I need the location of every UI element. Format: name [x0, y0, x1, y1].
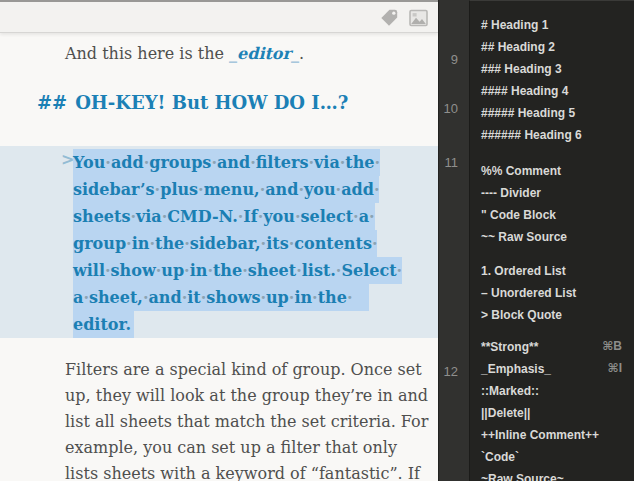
- paragraph-number: 9: [451, 52, 458, 67]
- cheatsheet-item-comment[interactable]: %% Comment: [481, 159, 634, 181]
- cheatsheet-label: `Code`: [481, 450, 519, 464]
- markdown-underscore: _: [229, 44, 237, 63]
- editor-pane[interactable]: And this here is the _editor_. ##OH-KEY!…: [0, 0, 438, 481]
- cheatsheet-item-unordered-list[interactable]: – Unordered List: [481, 281, 634, 303]
- cheatsheet-label: ++Inline Comment++: [481, 428, 599, 442]
- cheatsheet-item-strong[interactable]: **Strong**⌘B: [481, 335, 634, 357]
- keyboard-shortcut: ⌘I: [608, 357, 622, 379]
- cheatsheet-item-inline-raw-source[interactable]: ~Raw Source~: [481, 467, 634, 481]
- heading-hash-marker: ##: [37, 92, 67, 113]
- paragraph-line: up, they will look at the group they’re …: [65, 383, 428, 409]
- cheatsheet-item-inline-comment[interactable]: ++Inline Comment++: [481, 423, 634, 445]
- cheatsheet-group-inline: **Strong**⌘B _Emphasis_⌘I ::Marked:: ||D…: [481, 335, 634, 481]
- blockquote-line: sheets·via·CMD-N.·If·you·select·a·: [73, 203, 402, 230]
- cheatsheet-group-headings: # Heading 1 ## Heading 2 ### Heading 3 #…: [481, 13, 634, 145]
- cheatsheet-item-marked[interactable]: ::Marked::: [481, 379, 634, 401]
- blockquote-line: sidebar’s·plus·menu,·and·you·add·: [73, 176, 402, 203]
- cheatsheet-label: ~~ Raw Source: [481, 230, 567, 244]
- heading-text: OH-KEY! But HOW DO I…?: [75, 92, 348, 113]
- cheatsheet-label: 1. Ordered List: [481, 264, 566, 278]
- paragraph-number: 12: [444, 364, 458, 379]
- image-icon[interactable]: [409, 9, 428, 31]
- cheatsheet-group-lists: 1. Ordered List – Unordered List > Block…: [481, 259, 634, 325]
- cheatsheet-label: ::Marked::: [481, 384, 539, 398]
- cheatsheet-label: ## Heading 2: [481, 40, 555, 54]
- cheatsheet-item-ordered-list[interactable]: 1. Ordered List: [481, 259, 634, 281]
- cheatsheet-label: ~Raw Source~: [481, 472, 564, 481]
- editor-heading[interactable]: ##OH-KEY! But HOW DO I…?: [37, 92, 348, 113]
- blockquote-line: editor.: [73, 311, 402, 338]
- cheatsheet-item-heading-2[interactable]: ## Heading 2: [481, 35, 634, 57]
- cheatsheet-label: " Code Block: [481, 208, 556, 222]
- selected-text-line: You·add·groups·and·filters·via·the·: [73, 149, 380, 176]
- keyboard-shortcut: ⌘B: [602, 335, 622, 357]
- cheatsheet-label: ### Heading 3: [481, 62, 562, 76]
- cheatsheet-group-blocks: %% Comment ---- Divider " Code Block ~~ …: [481, 159, 634, 247]
- app-window: And this here is the _editor_. ##OH-KEY!…: [0, 0, 634, 481]
- paragraph-line: list all sheets that match the set crite…: [65, 409, 428, 435]
- cheatsheet-item-heading-3[interactable]: ### Heading 3: [481, 57, 634, 79]
- tag-icon[interactable]: [379, 7, 400, 33]
- cheatsheet-item-emphasis[interactable]: _Emphasis_⌘I: [481, 357, 634, 379]
- paragraph-text: .: [299, 44, 304, 63]
- cheatsheet-item-delete[interactable]: ||Delete||: [481, 401, 634, 423]
- cheatsheet-item-heading-6[interactable]: ###### Heading 6: [481, 123, 634, 145]
- cheatsheet-item-raw-source-block[interactable]: ~~ Raw Source: [481, 225, 634, 247]
- cheatsheet-item-heading-4[interactable]: #### Heading 4: [481, 79, 634, 101]
- paragraph-line: Filters are a special kind of group. Onc…: [65, 357, 428, 383]
- cheatsheet-label: _Emphasis_: [481, 362, 551, 376]
- selected-text-line: group·in·the·sidebar,·its·contents·: [73, 230, 377, 257]
- paragraph-line: example, you can set up a filter that on…: [65, 435, 428, 461]
- editor-paragraph[interactable]: Filters are a special kind of group. Onc…: [65, 357, 428, 481]
- editor-paragraph[interactable]: And this here is the _editor_.: [65, 44, 304, 63]
- cheatsheet-label: > Block Quote: [481, 308, 562, 322]
- selected-text-line: a·sheet,·and·it·shows·up·in·the·: [73, 284, 369, 311]
- cheatsheet-label: %% Comment: [481, 164, 561, 178]
- paragraph-number: 11: [445, 155, 459, 170]
- paragraph-number-gutter: 9 10 11 12: [438, 0, 469, 481]
- cheatsheet-label: # Heading 1: [481, 18, 548, 32]
- cheatsheet-label: ###### Heading 6: [481, 128, 582, 142]
- blockquote-selected-text: You·add·groups·and·filters·via·the· side…: [73, 149, 402, 338]
- cheatsheet-label: ##### Heading 5: [481, 106, 575, 120]
- cheatsheet-item-inline-code[interactable]: `Code`: [481, 445, 634, 467]
- blockquote-block[interactable]: > You·add·groups·and·filters·via·the· si…: [0, 146, 438, 338]
- cheatsheet-label: #### Heading 4: [481, 84, 568, 98]
- cheatsheet-label: ---- Divider: [481, 186, 541, 200]
- paragraph-line: lists sheets with a keyword of “fantasti…: [65, 461, 428, 481]
- cheatsheet-item-divider[interactable]: ---- Divider: [481, 181, 634, 203]
- selected-text-line: sheets·via·CMD-N.·If·you·select·a·: [73, 203, 375, 230]
- cheatsheet-item-block-quote[interactable]: > Block Quote: [481, 303, 634, 325]
- markup-cheatsheet-panel: # Heading 1 ## Heading 2 ### Heading 3 #…: [469, 0, 634, 481]
- cheatsheet-label: ||Delete||: [481, 406, 530, 420]
- editor-toolbar: [0, 0, 438, 33]
- cheatsheet-item-heading-5[interactable]: ##### Heading 5: [481, 101, 634, 123]
- selected-text-line: sidebar’s·plus·menu,·and·you·add·: [73, 176, 379, 203]
- cheatsheet-label: – Unordered List: [481, 286, 576, 300]
- cheatsheet-item-heading-1[interactable]: # Heading 1: [481, 13, 634, 35]
- blockquote-line: You·add·groups·and·filters·via·the·: [73, 149, 402, 176]
- paragraph-number: 10: [444, 101, 458, 116]
- selected-text-line: will·show·up·in·the·sheet·list.·Select·: [73, 257, 402, 284]
- cheatsheet-item-code-block[interactable]: " Code Block: [481, 203, 634, 225]
- emphasis-word: editor: [237, 44, 291, 63]
- selected-text-line: editor.: [73, 311, 134, 338]
- blockquote-line: will·show·up·in·the·sheet·list.·Select·: [73, 257, 402, 284]
- markdown-underscore: _: [291, 44, 299, 63]
- cheatsheet-label: **Strong**: [481, 340, 538, 354]
- blockquote-line: group·in·the·sidebar,·its·contents·: [73, 230, 402, 257]
- blockquote-line: a·sheet,·and·it·shows·up·in·the·: [73, 284, 402, 311]
- paragraph-text: And this here is the: [65, 44, 229, 63]
